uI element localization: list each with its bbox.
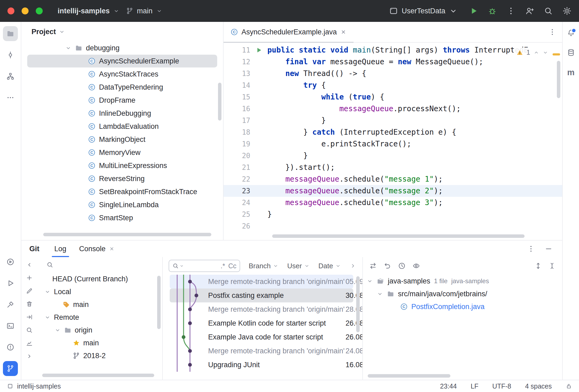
close-window-button[interactable] [7,7,14,14]
search-icon[interactable] [26,327,33,334]
project-tree-item[interactable]: CMemoryView [27,146,217,159]
commit-row[interactable]: Merge remote-tracking branch 'origin/mai… [170,344,353,358]
run-config-widget[interactable]: UserTestData [389,6,458,15]
edit-icon[interactable] [26,287,33,294]
date-filter[interactable]: Date [318,262,341,270]
more-actions-button[interactable] [506,6,515,15]
search-everywhere-button[interactable] [544,6,553,15]
branch-row[interactable]: HEAD (Current Branch) [37,273,162,285]
toolwindow-commit-button[interactable] [3,47,18,62]
minimize-window-button[interactable] [22,7,29,14]
branches-vertical-scrollbar[interactable] [157,276,161,329]
commit-row[interactable]: Upgrading JUnit16.08.22, [170,358,353,372]
project-tree-item[interactable]: CSingleLineLambda [27,198,217,211]
project-tree-folder[interactable]: debugging [27,42,217,54]
expand-panel-icon[interactable] [26,353,33,360]
code-line[interactable]: 26 [224,220,562,232]
hide-panel-button[interactable] [545,245,553,253]
code-with-me-button[interactable] [525,6,534,15]
code-line[interactable]: 18 } catch (InterruptedException e) { [224,126,562,138]
collapse-all-icon[interactable] [548,262,556,270]
project-tree-item[interactable]: CLambdaEvaluation [27,120,217,133]
commits-vertical-scrollbar[interactable] [356,276,360,332]
warning-stripe-mark[interactable] [553,53,560,55]
branch-row[interactable]: Remote [37,311,162,324]
code-line[interactable]: 16 messageQueue.processNext(); [224,103,562,115]
branches-horizontal-scrollbar[interactable] [42,374,154,377]
more-filters-icon[interactable] [350,262,356,269]
run-line-icon[interactable] [255,46,263,54]
branch-row[interactable]: main [37,298,162,311]
chevron-up-icon[interactable] [533,50,539,55]
match-case-toggle[interactable]: Cc [228,262,236,270]
code-line[interactable]: 25} [224,209,562,220]
code-line[interactable]: 12 final var messageQueue = new MessageQ… [224,56,562,68]
file-tree-file[interactable]: C PostfixCompletion.java [363,300,562,313]
status-project-name[interactable]: intellij-samples [17,382,61,390]
delete-icon[interactable] [26,301,33,307]
git-options-button[interactable] [527,245,535,253]
editor-horizontal-scrollbar[interactable] [272,234,525,238]
collapse-panel-icon[interactable] [26,261,33,268]
project-tree-item[interactable]: CReverseString [27,172,217,185]
toolwindow-project-button[interactable] [3,26,18,41]
toolwindow-terminal-button[interactable] [3,318,18,333]
branch-search-input[interactable] [58,260,162,270]
commit-row[interactable]: Merge remote-tracking branch 'origin/mai… [170,275,353,289]
expand-all-icon[interactable] [534,262,542,270]
code-editor[interactable]: 11public static void main(String[] args)… [224,43,562,240]
code-line[interactable]: 13 new Thread(() -> { [224,68,562,79]
debug-button[interactable] [488,6,497,15]
commit-row[interactable]: Postfix casting example30.08.22, [170,289,353,302]
zoom-window-button[interactable] [36,7,43,14]
project-tree-item[interactable]: CInlineDebugging [27,107,217,120]
indent-setting[interactable]: 4 spaces [525,382,552,390]
branch-row[interactable]: Local [37,285,162,298]
regex-toggle[interactable]: .* [221,262,225,270]
graph-options-icon[interactable] [26,340,33,347]
toolwindow-problems-button[interactable] [3,340,18,355]
history-icon[interactable] [398,262,406,270]
preview-icon[interactable] [413,262,420,270]
new-branch-icon[interactable] [26,274,33,281]
project-tree-item[interactable]: CDataTypeRendering [27,81,217,94]
project-panel-header[interactable]: Project [21,22,223,42]
toolwindow-structure-button[interactable] [3,69,18,84]
file-tree-root[interactable]: java-samples 1 file java-samples [363,275,562,287]
git-tab-log[interactable]: Log [52,241,69,257]
inspection-widget[interactable]: 1 [514,47,551,57]
commit-row[interactable]: Merge remote-tracking branch 'origin/mai… [170,302,353,316]
toolwindow-run-button[interactable] [3,276,18,291]
file-name-link[interactable]: PostfixCompletion.java [411,303,485,311]
database-button[interactable] [567,49,575,57]
files-horizontal-scrollbar[interactable] [368,374,450,378]
project-tree-item[interactable]: CDropFrame [27,94,217,107]
code-line[interactable]: 17 } [224,115,562,126]
code-line[interactable]: 24 messageQueue.schedule("message 3"); [224,197,562,209]
project-widget[interactable]: intellij-samples [54,5,123,17]
editor-tab[interactable]: C AsyncSchedulerExample.java [224,22,354,42]
maven-button[interactable]: m [567,68,575,77]
caret-position[interactable]: 23:44 [440,382,457,390]
project-tree-item[interactable]: CSetBreakpointFromStackTrace [27,185,217,198]
editor-options-button[interactable] [548,28,556,36]
chevron-down-icon[interactable] [542,50,548,55]
code-line[interactable]: 20 } [224,150,562,162]
branch-row[interactable]: origin [37,324,162,337]
close-icon[interactable] [109,246,115,252]
line-ending[interactable]: LF [471,382,478,390]
file-encoding[interactable]: UTF-8 [492,382,511,390]
git-tab-console[interactable]: Console [77,241,117,257]
run-button[interactable] [469,6,478,15]
branch-row[interactable]: main [37,337,162,349]
notifications-button[interactable] [567,29,575,37]
file-tree-dir[interactable]: src/main/java/com/jetbrains/ [363,287,562,300]
branch-filter[interactable]: Branch [249,262,279,270]
more-toolwindows-button[interactable] [3,90,18,105]
code-line[interactable]: 22 messageQueue.schedule("message 1"); [224,173,562,185]
code-line[interactable]: 11public static void main(String[] args)… [224,44,562,56]
project-horizontal-scrollbar[interactable] [43,233,211,236]
project-tree-item[interactable]: CAsyncSchedulerExample [27,55,217,67]
editor-vertical-scrollbar[interactable] [557,61,560,98]
push-icon[interactable] [26,314,33,321]
